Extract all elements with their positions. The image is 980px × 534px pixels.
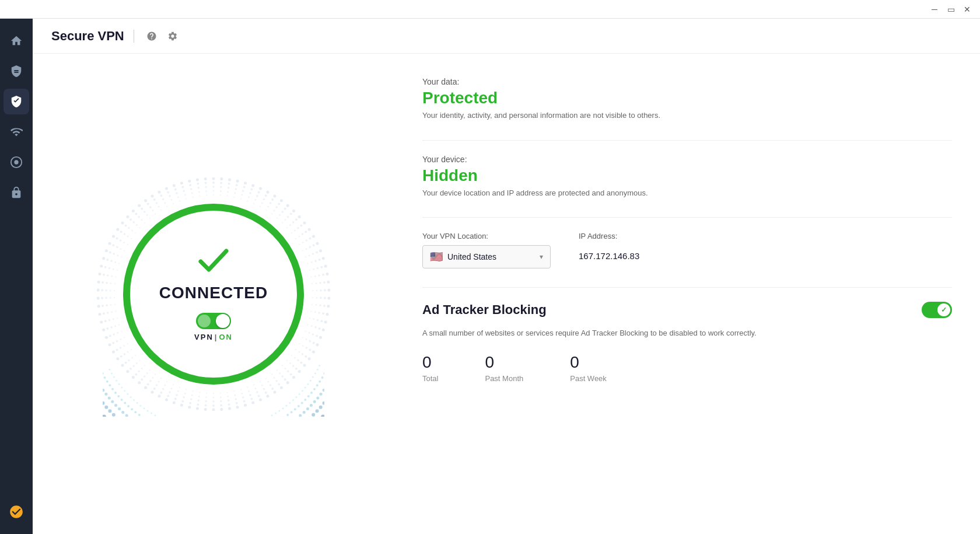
svg-point-32 [248, 196, 250, 198]
svg-point-396 [132, 221, 135, 224]
help-icon[interactable] [144, 28, 160, 44]
title-bar: ─ ▭ ✕ [0, 0, 980, 19]
ad-tracker-toggle[interactable]: ✓ [922, 302, 952, 318]
minimize-button[interactable]: ─ [926, 1, 943, 18]
svg-point-136 [317, 319, 319, 321]
svg-point-452 [205, 190, 207, 191]
svg-point-118 [312, 289, 313, 291]
svg-point-427 [171, 198, 173, 200]
svg-point-104 [326, 273, 328, 275]
svg-point-481 [320, 392, 323, 395]
svg-point-105 [322, 273, 324, 275]
svg-point-44 [273, 194, 276, 197]
stat-past-week: 0 Past Week [570, 353, 607, 383]
svg-point-162 [298, 351, 300, 352]
svg-point-395 [130, 218, 132, 221]
sidebar-item-home[interactable] [4, 28, 29, 54]
svg-point-467 [321, 376, 323, 378]
svg-point-26 [242, 190, 244, 192]
svg-point-11 [220, 186, 222, 188]
svg-point-433 [179, 200, 180, 201]
svg-point-341 [105, 296, 107, 299]
svg-point-712 [124, 402, 126, 404]
svg-point-41 [263, 198, 265, 200]
svg-point-5 [212, 182, 215, 184]
svg-point-9 [220, 177, 223, 180]
svg-point-72 [294, 229, 296, 231]
maximize-button[interactable]: ▭ [943, 1, 959, 18]
svg-point-422 [164, 202, 166, 204]
svg-point-436 [183, 190, 185, 192]
svg-rect-1 [14, 72, 18, 73]
svg-point-714 [103, 414, 106, 417]
connected-status: CONNECTED [159, 284, 268, 302]
svg-point-329 [99, 312, 102, 315]
svg-point-119 [327, 296, 330, 299]
svg-point-443 [192, 196, 193, 197]
close-button[interactable]: ✕ [959, 1, 975, 18]
svg-point-319 [102, 328, 105, 331]
svg-point-320 [106, 327, 108, 330]
svg-point-360 [104, 266, 107, 268]
svg-point-728 [121, 386, 123, 388]
sidebar-item-lock[interactable] [4, 180, 29, 205]
svg-point-498 [299, 393, 300, 395]
vpn-toggle[interactable] [196, 313, 231, 329]
svg-point-133 [310, 310, 312, 312]
sidebar-bottom-icon[interactable] [4, 499, 29, 525]
svg-point-36 [256, 195, 258, 197]
svg-point-448 [199, 195, 200, 196]
svg-point-339 [97, 296, 100, 299]
svg-point-8 [213, 194, 214, 195]
svg-point-153 [302, 337, 303, 338]
settings-icon[interactable] [164, 28, 181, 44]
svg-point-17 [227, 191, 229, 193]
svg-point-33 [247, 200, 248, 201]
svg-point-316 [113, 333, 116, 336]
svg-point-355 [103, 273, 105, 275]
vpn-location-select[interactable]: 🇺🇸 United States ▾ [422, 245, 551, 268]
svg-point-51 [275, 206, 278, 208]
svg-point-304 [112, 350, 115, 353]
svg-point-726 [108, 396, 111, 399]
svg-point-321 [110, 326, 113, 329]
svg-point-727 [114, 391, 117, 393]
svg-point-743 [113, 376, 115, 378]
svg-point-453 [206, 194, 207, 196]
svg-point-507 [298, 405, 300, 407]
svg-point-69 [303, 221, 306, 224]
svg-point-343 [114, 296, 115, 298]
sidebar-item-shield-check[interactable] [4, 89, 29, 114]
svg-point-352 [110, 282, 111, 284]
svg-point-330 [103, 312, 105, 315]
svg-point-451 [205, 186, 207, 188]
svg-point-328 [117, 317, 118, 318]
sidebar-item-vpn-circle[interactable] [4, 149, 29, 175]
svg-point-139 [322, 328, 325, 331]
svg-point-168 [291, 354, 292, 355]
svg-point-86 [309, 246, 312, 248]
svg-point-112 [316, 282, 317, 284]
svg-point-393 [135, 232, 136, 233]
stat-past-month-label: Past Month [485, 374, 523, 383]
svg-point-325 [104, 320, 107, 322]
svg-point-49 [280, 199, 283, 202]
svg-point-430 [174, 188, 177, 190]
svg-point-401 [138, 215, 140, 218]
svg-point-130 [322, 312, 324, 315]
svg-point-83 [299, 243, 300, 245]
svg-point-440 [189, 184, 191, 186]
svg-point-458 [318, 365, 320, 367]
svg-point-711 [118, 407, 121, 410]
svg-point-74 [308, 228, 311, 231]
svg-point-89 [319, 249, 322, 252]
svg-point-307 [123, 345, 125, 347]
sidebar-item-wifi[interactable] [4, 119, 29, 145]
svg-point-369 [105, 249, 108, 252]
svg-point-134 [324, 320, 327, 323]
divider-1 [422, 140, 952, 141]
svg-point-420 [160, 194, 162, 197]
svg-point-124 [327, 305, 330, 308]
sidebar-item-vpn-shield[interactable] [4, 58, 29, 84]
svg-point-57 [279, 214, 281, 215]
